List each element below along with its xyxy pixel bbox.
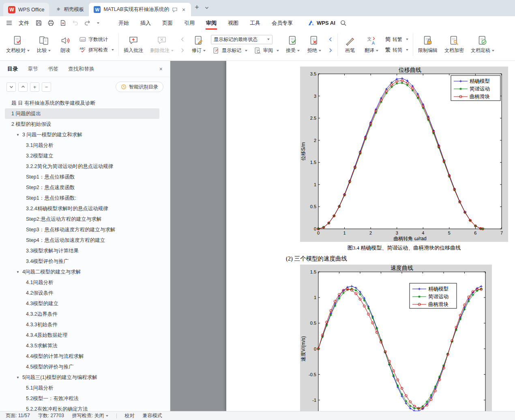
menu-tab-reference[interactable]: 引用 (178, 16, 200, 30)
toc-item[interactable]: 3.2.2简化为简谐运动时的悬点运动规律 (5, 161, 159, 172)
redo-dropdown-icon[interactable] (97, 22, 99, 24)
next-revision-button[interactable] (326, 46, 335, 54)
paragraph-velocity-heading[interactable]: (2) 三个模型的速度曲线 (286, 255, 347, 263)
spell-check-status[interactable]: 拼写检查: 关闭 (72, 412, 108, 419)
word-count-button[interactable]: 123 字数统计 (77, 35, 116, 43)
tab-current-document[interactable]: W MATLAB实现有杆抽油系统的 × (89, 3, 191, 16)
toc-item[interactable]: 4.3模型的建立 (5, 298, 159, 309)
figure-caption[interactable]: 图3.4 精确模型、简谐运动、曲柄滑块的位移曲线 (300, 244, 508, 252)
toc-item[interactable]: 5.2.2有效冲程长的确定方法 (5, 404, 159, 411)
toc-item[interactable]: 4.3.2边界条件 (5, 309, 159, 319)
toc-item[interactable]: Step1：悬点位移函数 (5, 172, 159, 182)
toc-item[interactable]: Step2：悬点速度函数 (5, 182, 159, 193)
search-icon[interactable] (339, 19, 348, 27)
toc-item[interactable]: 3.4模型评价与推广 (5, 256, 159, 267)
review-pane-button[interactable]: 审阅 (252, 47, 281, 55)
page-indicator[interactable]: 页面: 11/57 (6, 412, 30, 419)
accept-button[interactable]: 接受 (283, 34, 302, 55)
close-panel-icon[interactable]: × (159, 66, 163, 72)
toc-item[interactable]: 1 问题的提出 (5, 108, 159, 119)
toc-item[interactable]: Step1：悬点位移函数: (5, 193, 159, 203)
panel-tab-toc[interactable]: 目录 (7, 65, 18, 73)
menu-tab-tools[interactable]: 工具 (244, 16, 266, 30)
menu-tab-view[interactable]: 视图 (222, 16, 244, 30)
toc-item[interactable]: 4.1问题分析 (5, 277, 159, 288)
collapse-triangle-icon[interactable]: ▼ (16, 376, 19, 379)
file-menu[interactable]: 文件 (17, 19, 31, 27)
toc-item[interactable]: 3.1问题分析 (5, 140, 159, 151)
print-icon[interactable] (47, 19, 55, 27)
to-simplified-button[interactable]: 繁 转简 (384, 46, 410, 54)
compare-button[interactable]: 比较 (34, 34, 53, 55)
panel-tab-bookmark[interactable]: 书签 (48, 65, 58, 73)
smart-toc-button[interactable]: 智能识别目录 (116, 82, 163, 92)
toc-item[interactable]: ▼5问题三(1)模型的建立与编程求解 (5, 372, 159, 383)
menu-tab-insert[interactable]: 插入 (135, 16, 157, 30)
insert-comment-button[interactable]: 插入批注 (122, 34, 145, 55)
toc-item[interactable]: 3.2.4精确模型求解时的悬点运动规律 (5, 203, 159, 214)
toc-item[interactable]: Step2:悬点运动方程的建立与求解 (5, 214, 159, 224)
new-tab-button[interactable]: + (191, 3, 203, 12)
markup-state-select[interactable]: 显示标记的最终状态 (211, 35, 273, 44)
tab-wps-office[interactable]: W WPS Office (3, 3, 49, 16)
redo-icon[interactable] (83, 19, 92, 27)
toc-item[interactable]: 题 目 有杆抽油系统的数学建模及诊断 (5, 98, 159, 108)
export-pdf-icon[interactable] (59, 19, 67, 27)
track-changes-button[interactable]: 修订 (189, 34, 208, 55)
toc-item[interactable]: 5.2模型一：有效冲程法 (5, 393, 159, 404)
close-tab-icon[interactable]: × (181, 6, 186, 13)
encrypt-document-button[interactable]: 文档加密 (442, 34, 466, 55)
main-menu-icon[interactable] (5, 19, 13, 27)
toc-item[interactable]: Step3：悬点移动速度方程的建立与求解 (5, 224, 159, 235)
menu-tab-page[interactable]: 页面 (157, 16, 178, 30)
toc-item[interactable]: 4.3.5求解算法 (5, 340, 159, 351)
tab-docer-templates[interactable]: 稻壳模板 (50, 3, 89, 16)
toc-item[interactable]: 4.2假设条件 (5, 288, 159, 298)
pen-button[interactable]: 画笔 (341, 34, 359, 55)
toc-item[interactable]: 3.3模型求解与计算结果 (5, 246, 159, 256)
read-aloud-button[interactable]: 朗读 (56, 34, 75, 55)
expand-all-button[interactable] (6, 82, 16, 92)
tab-list-dropdown-icon[interactable] (203, 5, 211, 10)
toc-item[interactable]: 2 模型的初始假设 (5, 119, 159, 129)
translate-button[interactable]: 文A 翻译 (362, 34, 381, 55)
document-page[interactable]: 0123456700.511.522.533.5位移曲线曲柄转角 ω/rad位移… (226, 61, 515, 411)
wps-ai-button[interactable]: WPS AI (308, 19, 335, 26)
figure-velocity-curve[interactable]: 012345678-1.5-1-0.500.511.5速度曲线速度V/(m/s)… (300, 265, 492, 411)
toc-item[interactable]: 4.5模型的评价与推广 (5, 362, 159, 372)
toc-item[interactable]: 3.2模型建立 (5, 151, 159, 161)
toc-item[interactable]: ▼4问题二模型的建立与求解 (5, 267, 159, 277)
previous-comment-button[interactable] (178, 35, 187, 43)
next-comment-button[interactable] (178, 46, 187, 54)
word-count-indicator[interactable]: 字数: 27703 (38, 412, 64, 419)
toc-item[interactable]: 4.3.3初始条件 (5, 319, 159, 330)
delete-comment-button[interactable]: 删除批注 (148, 34, 176, 55)
toc-item[interactable]: ▼3 问题一模型的建立和求解 (5, 129, 159, 140)
finalize-document-button[interactable]: 文档定稿 (469, 34, 496, 55)
menu-tab-review[interactable]: 审阅 (200, 16, 222, 30)
save-icon[interactable] (34, 19, 43, 27)
panel-tab-chapter[interactable]: 章节 (28, 65, 38, 73)
menu-tab-home[interactable]: 开始 (113, 16, 135, 30)
restrict-editing-button[interactable]: 限制编辑 (416, 34, 440, 55)
compat-mode-indicator[interactable]: 兼容模式 (143, 412, 162, 419)
previous-revision-button[interactable] (326, 35, 335, 43)
zoom-in-toc-button[interactable]: + (30, 82, 39, 92)
reject-button[interactable]: 拒绝 (305, 34, 324, 55)
show-markup-button[interactable]: 显示标记 (211, 47, 249, 55)
collapse-all-button[interactable] (18, 82, 28, 92)
panel-tab-find-replace[interactable]: 查找和替换 (68, 65, 94, 73)
collapse-triangle-icon[interactable]: ▼ (16, 270, 19, 274)
undo-icon[interactable] (71, 19, 79, 27)
toc-item[interactable]: 4.4模型的计算与流程求解 (5, 351, 159, 362)
zoom-out-toc-button[interactable]: − (42, 82, 51, 92)
collapse-triangle-icon[interactable]: ▼ (16, 133, 19, 137)
toc-item[interactable]: Step4：悬点运动加速度方程的建立 (5, 235, 159, 246)
spell-check-button[interactable]: ABC 拼写检查 (77, 46, 116, 54)
menu-tab-member[interactable]: 会员专享 (266, 16, 298, 30)
doc-proof-button[interactable]: 文档校对 (4, 34, 32, 55)
toc-item[interactable]: 4.3.4原始数据处理 (5, 330, 159, 340)
proofread-button[interactable]: 校对 (125, 412, 135, 419)
figure-displacement-curve[interactable]: 0123456700.511.522.533.5位移曲线曲柄转角 ω/rad位移… (300, 67, 508, 242)
to-traditional-button[interactable]: 简 转繁 (384, 35, 410, 43)
